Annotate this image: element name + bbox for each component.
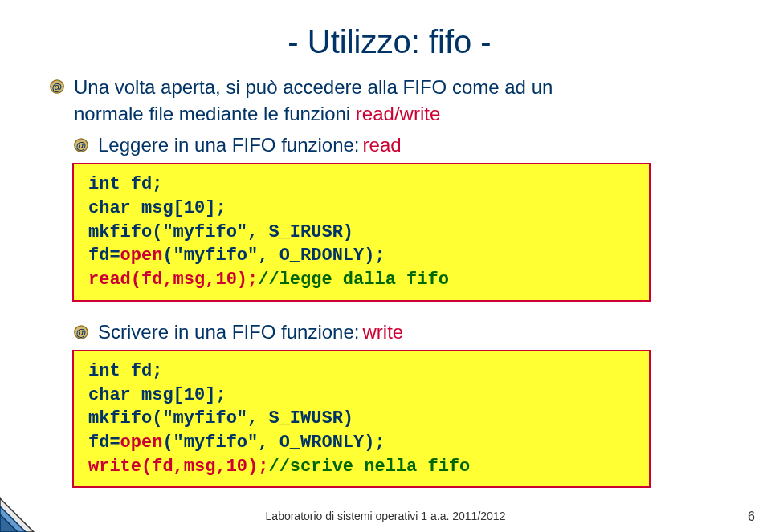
code-keyword-open: open (120, 433, 163, 453)
code-line: int fd; (88, 173, 634, 197)
keyword-write: write (362, 321, 403, 343)
code-line: char msg[10]; (88, 197, 634, 221)
code-fragment: fd= (88, 433, 120, 453)
code-line: char msg[10]; (88, 384, 634, 408)
heading-read: @ Leggere in una FIFO funzione: read (72, 134, 731, 156)
code-fragment: ("myfifo", O_WRONLY); (162, 433, 385, 453)
code-fragment: ("myfifo", O_RDONLY); (162, 246, 385, 266)
svg-text:@: @ (52, 81, 62, 93)
at-bullet-icon: @ (72, 136, 90, 154)
code-line: write(fd,msg,10);//scrive nella fifo (88, 455, 634, 479)
code-line: int fd; (88, 359, 634, 384)
heading-write-text: Scrivere in una FIFO funzione: (98, 321, 359, 343)
code-line: read(fd,msg,10);//legge dalla fifo (88, 268, 634, 292)
at-bullet-icon: @ (72, 323, 90, 341)
keyword-read: read (363, 134, 402, 156)
heading-write: @ Scrivere in una FIFO funzione: write (72, 321, 731, 343)
paragraph-text: normale file mediante le funzioni (74, 103, 356, 124)
svg-text:@: @ (76, 326, 86, 338)
footer-text: Laboratorio di sistemi operativi 1 a.a. … (0, 510, 771, 522)
keyword-readwrite: read/write (356, 103, 440, 124)
code-box-write: int fd; char msg[10]; mkfifo("myfifo", S… (72, 350, 651, 488)
heading-read-text: Leggere in una FIFO funzione: (98, 134, 360, 156)
slide-title: - Utilizzo: fifo - (48, 24, 731, 60)
code-keyword-read: read(fd,msg,10); (88, 270, 258, 290)
code-line: mkfifo("myfifo", S_IWUSR) (88, 407, 634, 431)
code-comment: //legge dalla fifo (258, 270, 449, 290)
code-comment: //scrive nella fifo (268, 457, 470, 477)
code-line: mkfifo("myfifo", S_IRUSR) (88, 221, 634, 245)
code-keyword-write: write(fd,msg,10); (88, 457, 268, 477)
slide-container: - Utilizzo: fifo - @ Una volta aperta, s… (0, 0, 771, 532)
corner-decoration-icon (0, 484, 48, 532)
paragraph-line-2: normale file mediante le funzioni read/w… (74, 101, 553, 126)
code-box-read: int fd; char msg[10]; mkfifo("myfifo", S… (72, 163, 651, 301)
code-keyword-open: open (120, 246, 163, 266)
at-bullet-icon: @ (48, 78, 66, 95)
code-line: fd=open("myfifo", O_RDONLY); (88, 244, 634, 268)
paragraph-row: @ Una volta aperta, si può accedere alla… (48, 75, 731, 128)
code-line: fd=open("myfifo", O_WRONLY); (88, 431, 634, 455)
svg-text:@: @ (76, 140, 86, 152)
paragraph-line-1: Una volta aperta, si può accedere alla F… (74, 75, 553, 99)
code-fragment: fd= (88, 246, 120, 266)
page-number: 6 (748, 510, 755, 524)
paragraph-block: Una volta aperta, si può accedere alla F… (74, 75, 553, 128)
